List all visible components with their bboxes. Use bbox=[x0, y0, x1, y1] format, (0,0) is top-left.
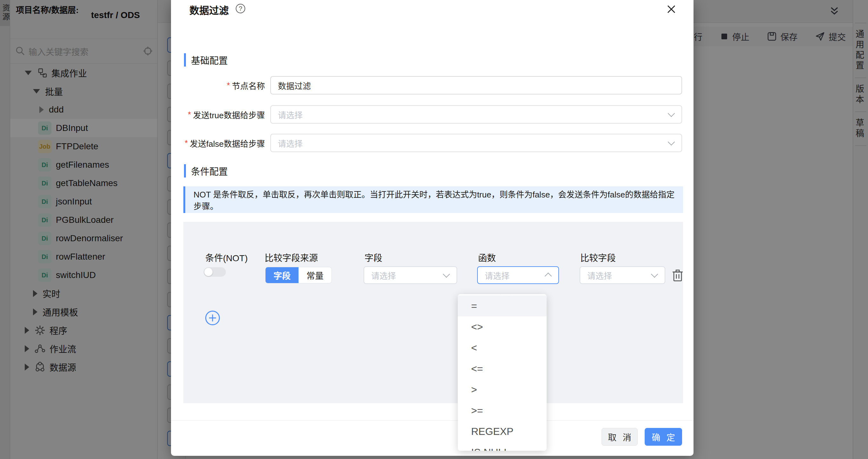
dialog-title: 数据过滤 bbox=[189, 3, 229, 17]
chevron-down-icon bbox=[668, 138, 675, 145]
help-icon[interactable]: ? bbox=[236, 4, 245, 13]
dropdown-option-ge[interactable]: >= bbox=[458, 400, 547, 421]
data-filter-dialog: 数据过滤 ? 基础配置 * 节点名称 * 发送true数据给步骤 请选择 bbox=[171, 0, 693, 456]
not-info-banner: NOT 是条件取反，单击取反，再次单击则取正。当打开此开关时，若表达式为true… bbox=[183, 186, 683, 213]
select-placeholder: 请选择 bbox=[278, 137, 303, 149]
header-source: 比较字段来源 bbox=[265, 251, 318, 264]
section-title: 基础配置 bbox=[191, 53, 228, 67]
source-option-constant[interactable]: 常量 bbox=[299, 267, 332, 283]
dropdown-option-gt[interactable]: > bbox=[458, 379, 547, 400]
chevron-down-icon bbox=[668, 110, 675, 117]
delete-condition-icon[interactable] bbox=[672, 269, 684, 282]
node-name-row: * 节点名称 bbox=[171, 76, 693, 95]
false-step-row: * 发送false数据给步骤 请选择 bbox=[171, 134, 693, 152]
add-condition-button[interactable] bbox=[205, 310, 220, 325]
section-accent-bar bbox=[184, 53, 186, 67]
dropdown-option-le[interactable]: <= bbox=[458, 358, 547, 379]
header-field: 字段 bbox=[365, 251, 382, 264]
cancel-button[interactable]: 取 消 bbox=[601, 428, 638, 446]
screen: 资源 项目名称/数据层: testfr / ODS 输入关键字搜索 bbox=[0, 0, 868, 459]
dropdown-option-ne[interactable]: <> bbox=[458, 316, 547, 337]
required-asterisk: * bbox=[188, 110, 191, 120]
field-select[interactable]: 请选择 bbox=[364, 266, 457, 284]
dropdown-options: = <> < <= > >= REGEXP IS NULL bbox=[458, 295, 547, 451]
header-not: 条件(NOT) bbox=[205, 251, 248, 264]
true-step-row: * 发送true数据给步骤 请选择 bbox=[171, 105, 693, 124]
true-step-label: * 发送true数据给步骤 bbox=[188, 105, 265, 124]
section-condition-config: 条件配置 bbox=[184, 164, 228, 177]
header-function: 函数 bbox=[478, 251, 496, 264]
footer-divider bbox=[171, 420, 693, 421]
false-step-select[interactable]: 请选择 bbox=[270, 134, 682, 152]
dropdown-option-regexp[interactable]: REGEXP bbox=[458, 421, 547, 442]
node-name-label: * 节点名称 bbox=[227, 76, 265, 95]
select-placeholder: 请选择 bbox=[371, 269, 396, 281]
source-segmented-control: 字段 常量 bbox=[265, 267, 332, 284]
toggle-knob bbox=[204, 268, 213, 276]
select-placeholder: 请选择 bbox=[278, 109, 303, 121]
section-title: 条件配置 bbox=[191, 164, 228, 177]
chevron-down-icon bbox=[651, 270, 658, 278]
function-select[interactable]: 请选择 bbox=[477, 266, 559, 284]
section-accent-bar bbox=[184, 164, 186, 177]
select-placeholder: 请选择 bbox=[587, 269, 612, 281]
dropdown-option-eq[interactable]: = bbox=[458, 295, 547, 316]
function-dropdown: = <> < <= > >= REGEXP IS NULL bbox=[458, 294, 547, 451]
source-option-field[interactable]: 字段 bbox=[266, 267, 299, 283]
confirm-button[interactable]: 确 定 bbox=[645, 428, 682, 446]
true-step-select[interactable]: 请选择 bbox=[270, 105, 682, 124]
not-toggle[interactable] bbox=[204, 267, 226, 277]
close-icon[interactable] bbox=[666, 4, 677, 14]
chevron-up-icon bbox=[545, 273, 552, 280]
required-asterisk: * bbox=[185, 138, 188, 148]
node-name-input[interactable] bbox=[270, 76, 682, 95]
header-compare-field: 比较字段 bbox=[580, 251, 616, 264]
section-basic-config: 基础配置 bbox=[184, 53, 228, 67]
compare-field-select[interactable]: 请选择 bbox=[580, 266, 665, 284]
required-asterisk: * bbox=[227, 80, 230, 90]
condition-panel: 条件(NOT) 比较字段来源 字段 函数 比较字段 字段 常量 请选择 请选择 … bbox=[183, 222, 683, 403]
dropdown-option-lt[interactable]: < bbox=[458, 337, 547, 358]
chevron-down-icon bbox=[443, 270, 450, 278]
dropdown-option-isnull[interactable]: IS NULL bbox=[458, 442, 547, 451]
select-placeholder: 请选择 bbox=[485, 269, 509, 281]
false-step-label: * 发送false数据给步骤 bbox=[185, 134, 265, 152]
banner-text: NOT 是条件取反，单击取反，再次单击则取正。当打开此开关时，若表达式为true… bbox=[193, 188, 675, 211]
